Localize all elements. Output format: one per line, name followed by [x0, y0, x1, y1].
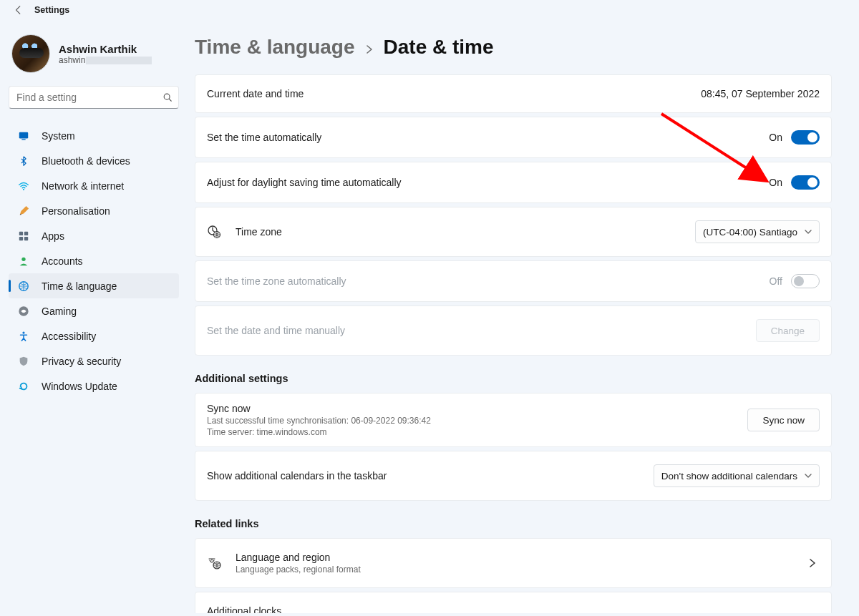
svg-point-3 [23, 188, 24, 190]
sidebar-item-gaming[interactable]: Gaming [9, 298, 179, 323]
search-box[interactable] [9, 86, 179, 109]
sidebar-item-network[interactable]: Network & internet [9, 173, 179, 198]
user-name: Ashwin Karthik [59, 43, 152, 55]
svg-rect-6 [19, 236, 23, 240]
dst-label: Adjust for daylight saving time automati… [207, 177, 402, 188]
language-region-link[interactable]: Language and region Language packs, regi… [195, 538, 832, 588]
breadcrumb-parent[interactable]: Time & language [195, 36, 355, 59]
dst-control: On [769, 175, 820, 190]
page-title: Date & time [384, 36, 494, 59]
timezone-row: Time zone (UTC-04:00) Santiago [195, 207, 832, 257]
sync-title: Sync now [207, 403, 431, 414]
language-icon [207, 556, 221, 570]
paint-icon [17, 205, 30, 217]
shield-icon [17, 355, 30, 368]
auto-time-label: Set the time automatically [207, 132, 321, 143]
system-icon [17, 129, 30, 142]
svg-rect-1 [19, 132, 28, 138]
sidebar-item-windows-update[interactable]: Windows Update [9, 373, 179, 399]
auto-time-toggle[interactable] [791, 130, 820, 145]
chevron-right-icon [365, 45, 374, 54]
auto-timezone-row: Set the time zone automatically Off [195, 260, 832, 302]
bluetooth-icon [17, 155, 30, 167]
sidebar-item-label: Time & language [42, 280, 117, 292]
sync-now-button[interactable]: Sync now [747, 409, 820, 431]
auto-timezone-control: Off [770, 274, 820, 288]
timezone-label: Time zone [236, 226, 282, 238]
sidebar: Ashwin Karthik ashwin System Bluetooth &… [0, 16, 188, 613]
sync-last: Last successful time synchronisation: 06… [207, 416, 431, 426]
dst-row: Adjust for daylight saving time automati… [195, 162, 832, 203]
dst-toggle[interactable] [791, 175, 820, 190]
apps-icon [17, 230, 30, 243]
sidebar-item-label: Windows Update [42, 381, 117, 392]
sidebar-item-label: System [42, 130, 75, 142]
nav: System Bluetooth & devices Network & int… [9, 123, 179, 399]
main-content: Time & language Date & time Current date… [188, 16, 859, 613]
accessibility-icon [17, 330, 30, 343]
chevron-down-icon [805, 472, 812, 479]
sidebar-item-label: Gaming [42, 305, 77, 317]
chevron-down-icon [805, 228, 812, 235]
change-button: Change [756, 319, 820, 342]
auto-time-control: On [769, 130, 820, 145]
current-datetime-value: 08:45, 07 September 2022 [701, 88, 820, 99]
svg-rect-7 [24, 236, 28, 240]
sidebar-item-label: Network & internet [42, 180, 124, 192]
timezone-dropdown[interactable]: (UTC-04:00) Santiago [695, 220, 820, 243]
user-email: ashwin [59, 55, 152, 65]
auto-timezone-toggle [791, 274, 820, 288]
app-title: Settings [34, 5, 69, 15]
additional-settings-heading: Additional settings [195, 373, 832, 384]
svg-rect-2 [21, 139, 25, 140]
additional-clocks-link[interactable]: Additional clocks Clocks for different t… [195, 592, 832, 613]
auto-time-state: On [769, 132, 782, 143]
svg-rect-4 [19, 231, 23, 235]
sidebar-item-accounts[interactable]: Accounts [9, 248, 179, 273]
avatar [11, 34, 50, 73]
person-icon [17, 255, 30, 268]
additional-clocks-title: Additional clocks [207, 605, 322, 613]
auto-time-row: Set the time automatically On [195, 117, 832, 158]
sidebar-item-label: Personalisation [42, 205, 110, 217]
sidebar-item-system[interactable]: System [9, 123, 179, 148]
chevron-right-icon [805, 556, 820, 570]
language-region-title: Language and region [236, 552, 361, 563]
sidebar-item-label: Privacy & security [42, 356, 121, 367]
sidebar-item-time-language[interactable]: Time & language [9, 273, 179, 298]
auto-timezone-label: Set the time zone automatically [207, 275, 346, 287]
sidebar-item-privacy[interactable]: Privacy & security [9, 348, 179, 373]
sidebar-item-accessibility[interactable]: Accessibility [9, 323, 179, 348]
timezone-value: (UTC-04:00) Santiago [703, 227, 797, 238]
related-links-heading: Related links [195, 518, 832, 529]
user-panel[interactable]: Ashwin Karthik ashwin [9, 24, 179, 86]
svg-rect-5 [24, 231, 28, 235]
sidebar-item-label: Bluetooth & devices [42, 155, 130, 167]
wifi-icon [17, 180, 30, 192]
gaming-icon [17, 305, 30, 318]
search-input[interactable] [16, 92, 162, 103]
current-datetime-row: Current date and time 08:45, 07 Septembe… [195, 74, 832, 113]
additional-calendars-value: Don't show additional calendars [661, 471, 797, 481]
manual-datetime-row: Set the date and time manually Change [195, 305, 832, 356]
back-button[interactable] [13, 4, 24, 16]
svg-point-8 [21, 257, 25, 260]
sidebar-item-apps[interactable]: Apps [9, 223, 179, 248]
additional-calendars-dropdown[interactable]: Don't show additional calendars [654, 464, 820, 487]
update-icon [17, 380, 30, 393]
dst-state: On [769, 177, 782, 188]
open-external-icon [805, 610, 820, 613]
timezone-icon [207, 225, 221, 239]
globe-clock-icon [17, 280, 30, 293]
sidebar-item-personalisation[interactable]: Personalisation [9, 198, 179, 223]
sidebar-item-bluetooth[interactable]: Bluetooth & devices [9, 148, 179, 173]
current-datetime-label: Current date and time [207, 88, 304, 99]
auto-timezone-state: Off [770, 275, 782, 287]
sync-row: Sync now Last successful time synchronis… [195, 393, 832, 447]
manual-datetime-label: Set the date and time manually [207, 325, 345, 336]
sidebar-item-label: Apps [42, 230, 64, 242]
svg-point-11 [22, 331, 24, 333]
additional-calendars-label: Show additional calendars in the taskbar [207, 470, 387, 481]
search-icon [162, 92, 173, 102]
language-region-sub: Language packs, regional format [236, 564, 361, 575]
